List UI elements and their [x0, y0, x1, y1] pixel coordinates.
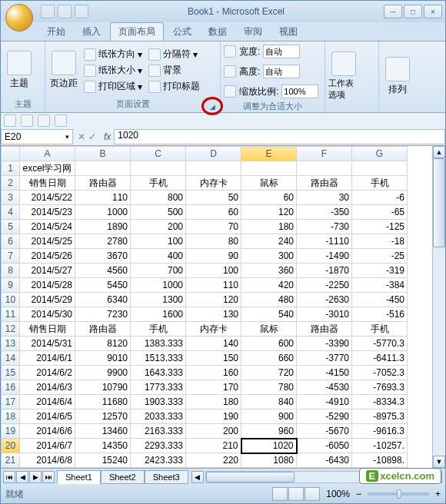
- cell[interactable]: 销售日期: [20, 176, 75, 191]
- fx-icon[interactable]: fx: [101, 131, 114, 142]
- cell[interactable]: -319: [352, 264, 408, 278]
- cell[interactable]: 80: [186, 234, 241, 249]
- cell[interactable]: 6340: [75, 293, 131, 307]
- cell[interactable]: 2033.333: [131, 410, 186, 424]
- name-box[interactable]: E20▾: [1, 129, 73, 144]
- cell[interactable]: -18: [352, 234, 408, 249]
- column-header[interactable]: B: [75, 147, 131, 161]
- cell[interactable]: 120: [186, 293, 241, 307]
- cell[interactable]: 30: [297, 191, 352, 205]
- cell[interactable]: [241, 161, 297, 176]
- cell[interactable]: 480: [241, 293, 297, 307]
- cell[interactable]: 90: [186, 249, 241, 264]
- cell[interactable]: -25: [352, 249, 408, 264]
- cell[interactable]: 720: [241, 366, 297, 380]
- cell[interactable]: 840: [241, 395, 297, 410]
- cell[interactable]: 2014/5/25: [20, 234, 75, 249]
- cell[interactable]: -6050: [297, 439, 352, 453]
- sheet-nav-next-icon[interactable]: ▶: [29, 471, 42, 483]
- cell[interactable]: 170: [186, 380, 241, 395]
- cell[interactable]: -7052.3: [352, 366, 408, 380]
- paper-size-button[interactable]: 纸张大小▾: [82, 63, 144, 78]
- qat-undo-icon[interactable]: [58, 5, 72, 18]
- row-header[interactable]: 12: [2, 322, 20, 337]
- cell[interactable]: -4530: [297, 380, 352, 395]
- cell[interactable]: 210: [186, 439, 241, 453]
- cancel-formula-icon[interactable]: ✕: [78, 131, 85, 142]
- toolbar-icon[interactable]: [38, 114, 50, 127]
- security-warning-icon[interactable]: [4, 114, 16, 127]
- row-header[interactable]: 8: [2, 264, 20, 278]
- cell[interactable]: 14350: [75, 439, 131, 453]
- sheet-nav-last-icon[interactable]: ⏭: [42, 471, 55, 483]
- cell[interactable]: 2014/6/4: [20, 395, 75, 410]
- column-header[interactable]: E: [241, 147, 297, 161]
- cell[interactable]: 1600: [131, 307, 186, 322]
- cell[interactable]: -9616.3: [352, 424, 408, 439]
- cell[interactable]: 手机: [131, 176, 186, 191]
- cell[interactable]: 路由器: [75, 176, 131, 191]
- row-header[interactable]: 1: [2, 161, 20, 176]
- vertical-scrollbar[interactable]: ▲ ▼: [432, 146, 445, 468]
- cell[interactable]: 15240: [75, 453, 131, 468]
- row-header[interactable]: 6: [2, 234, 20, 249]
- cell[interactable]: 1020: [241, 439, 297, 453]
- cell[interactable]: -2250: [297, 278, 352, 293]
- cell[interactable]: 70: [186, 220, 241, 234]
- cell[interactable]: -1110: [297, 234, 352, 249]
- cell[interactable]: 2014/6/5: [20, 410, 75, 424]
- cell[interactable]: 8120: [75, 337, 131, 351]
- spreadsheet-grid[interactable]: ABCDEFG1excel学习网2销售日期路由器手机内存卡鼠标路由器手机3201…: [1, 146, 408, 468]
- cell[interactable]: 800: [131, 191, 186, 205]
- cell[interactable]: -3390: [297, 337, 352, 351]
- row-header[interactable]: 3: [2, 191, 20, 205]
- qat-redo-icon[interactable]: [75, 5, 88, 18]
- confirm-formula-icon[interactable]: ✓: [88, 131, 96, 142]
- height-input[interactable]: [263, 65, 300, 78]
- cell[interactable]: 手机: [352, 176, 408, 191]
- cell[interactable]: [75, 161, 131, 176]
- row-header[interactable]: 14: [2, 351, 20, 366]
- cell[interactable]: 200: [186, 424, 241, 439]
- cell[interactable]: 780: [241, 380, 297, 395]
- page-setup-launcher-icon[interactable]: ◢: [210, 103, 215, 111]
- cell[interactable]: 路由器: [297, 322, 352, 337]
- column-header[interactable]: F: [297, 147, 352, 161]
- cell[interactable]: 420: [241, 278, 297, 293]
- cell[interactable]: -6411.3: [352, 351, 408, 366]
- cell[interactable]: [297, 161, 352, 176]
- cell[interactable]: 60: [241, 191, 297, 205]
- cell[interactable]: 路由器: [297, 176, 352, 191]
- row-header[interactable]: 17: [2, 395, 20, 410]
- cell[interactable]: [131, 161, 186, 176]
- cell[interactable]: 900: [241, 410, 297, 424]
- cell[interactable]: 手机: [131, 322, 186, 337]
- cell[interactable]: 9010: [75, 351, 131, 366]
- cell[interactable]: 120: [241, 205, 297, 220]
- cell[interactable]: -6: [352, 191, 408, 205]
- cell[interactable]: 鼠标: [241, 176, 297, 191]
- zoom-level[interactable]: 100%: [326, 489, 350, 499]
- row-header[interactable]: 5: [2, 220, 20, 234]
- cell[interactable]: 360: [241, 264, 297, 278]
- sheet-tab-2[interactable]: Sheet2: [101, 470, 145, 484]
- cell[interactable]: [186, 161, 241, 176]
- arrange-button[interactable]: 排列: [382, 57, 413, 96]
- minimize-button[interactable]: ─: [384, 5, 402, 18]
- cell[interactable]: -1870: [297, 264, 352, 278]
- page-layout-view-icon[interactable]: [288, 487, 304, 501]
- cell[interactable]: 110: [75, 191, 131, 205]
- cell[interactable]: -125: [352, 220, 408, 234]
- cell[interactable]: 100: [131, 234, 186, 249]
- cell[interactable]: 240: [241, 234, 297, 249]
- column-header[interactable]: D: [186, 147, 241, 161]
- cell[interactable]: 200: [131, 220, 186, 234]
- row-header[interactable]: 21: [2, 453, 20, 468]
- cell[interactable]: -730: [297, 220, 352, 234]
- cell[interactable]: 220: [186, 453, 241, 468]
- row-header[interactable]: 10: [2, 293, 20, 307]
- cell[interactable]: 2014/5/27: [20, 264, 75, 278]
- cell[interactable]: 180: [241, 220, 297, 234]
- cell[interactable]: 600: [241, 337, 297, 351]
- vscroll-thumb[interactable]: [433, 158, 445, 247]
